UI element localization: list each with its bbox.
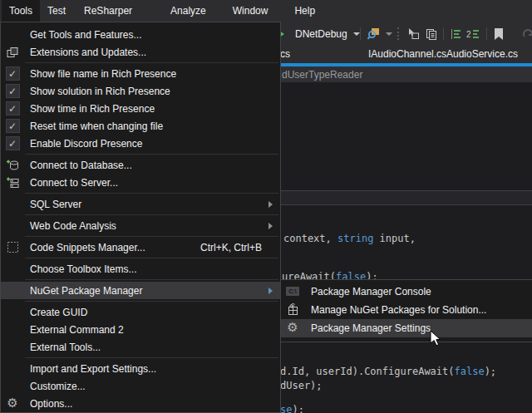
menu-item-connect-to-database[interactable]: Connect to Database... <box>1 156 280 174</box>
menu-item-label: Package Manager Console <box>311 286 431 297</box>
navigate-select-icon[interactable] <box>406 22 420 46</box>
code-segment: ); <box>292 404 303 413</box>
code-line: se); <box>280 404 304 413</box>
find-in-files-icon[interactable] <box>367 22 381 46</box>
tab-audioservice-cs[interactable]: AudioService.cs <box>446 48 518 60</box>
menu-item-label: Options... <box>30 398 72 410</box>
menu-item-label: SQL Server <box>30 199 81 210</box>
gear-icon: ⚙ <box>4 396 21 411</box>
menu-item-customize[interactable]: Customize... <box>1 377 280 395</box>
menu-item-label: Package Manager Settings <box>311 322 431 334</box>
code-line: context, string input, <box>283 233 416 244</box>
menu-item-label: NuGet Package Manager <box>30 285 142 297</box>
checkmark-icon: ✓ <box>4 118 21 134</box>
mouse-cursor <box>430 330 442 347</box>
code-line: dUser); <box>280 380 323 391</box>
menu-item-label: Get Tools and Features... <box>30 29 142 41</box>
menu-separator <box>25 279 278 280</box>
menu-item-show-file-name-in-rich-presence[interactable]: ✓Show file name in Rich Presence <box>1 65 280 82</box>
menu-item-package-manager-console[interactable]: C:\Package Manager Console <box>281 283 532 301</box>
submenu-arrow-icon <box>268 223 273 229</box>
menu-item-choose-toolbox-items[interactable]: Choose Toolbox Items... <box>1 260 280 278</box>
menu-separator <box>25 154 278 155</box>
server-add-icon <box>4 175 21 190</box>
copy-lines-icon[interactable] <box>425 22 438 46</box>
menu-item-manage-nuget-packages-for-solution[interactable]: Manage NuGet Packages for Solution... <box>281 301 532 319</box>
find-dropdown-icon[interactable] <box>386 22 392 46</box>
bookmark-icon[interactable] <box>493 22 505 46</box>
menu-item-label: Web Code Analysis <box>30 220 116 232</box>
database-add-icon <box>4 157 21 173</box>
gear-icon: ⚙ <box>284 320 301 336</box>
code-segment: context, <box>283 233 337 244</box>
breadcrumb-type-label: dUserTypeReader <box>282 69 362 81</box>
format-document-icon[interactable] <box>449 22 462 46</box>
menu-item-label: Enable Discord Presence <box>30 138 142 150</box>
toolbar-separator <box>486 27 487 40</box>
menu-item-shortcut: Ctrl+K, Ctrl+B <box>200 242 262 253</box>
code-segment: false <box>455 366 485 377</box>
format-selection-icon[interactable]: 2 <box>466 22 480 46</box>
menu-item-code-snippets-manager[interactable]: Code Snippets Manager...Ctrl+K, Ctrl+B <box>1 238 280 256</box>
menu-separator <box>25 193 278 194</box>
menu-item-label: Reset time when changing file <box>30 120 163 132</box>
code-segment: d.Id, userId).ConfigureAwait( <box>280 366 455 377</box>
solution-configuration-dropdown[interactable]: DNetDebug <box>295 22 360 46</box>
menu-item-label: Choose Toolbox Items... <box>30 263 137 275</box>
menubar-item-test[interactable]: Test <box>40 0 73 22</box>
menu-item-sql-server[interactable]: SQL Server <box>1 195 280 213</box>
menu-item-enable-discord-presence[interactable]: ✓Enable Discord Presence <box>1 135 280 152</box>
tab-cs[interactable]: cs <box>280 48 290 60</box>
menubar-item-analyze[interactable]: Analyze <box>163 0 214 22</box>
menu-item-label: Import and Export Settings... <box>30 363 156 375</box>
tools-menu-popup: Get Tools and Features...Extensions and … <box>0 22 281 413</box>
menu-item-nuget-package-manager[interactable]: NuGet Package Manager <box>1 282 280 299</box>
console-icon: C:\ <box>284 283 301 299</box>
code-line: d.Id, userId).ConfigureAwait(false); <box>280 366 496 377</box>
toolbar-drag-handle[interactable] <box>397 27 399 40</box>
menu-item-show-time-in-rich-presence[interactable]: ✓Show time in Rich Presence <box>1 100 280 117</box>
tab-iaudiochannel-cs[interactable]: IAudioChannel.cs <box>368 48 446 60</box>
svg-text:2: 2 <box>466 30 471 39</box>
menu-item-options[interactable]: ⚙Options... <box>1 395 280 412</box>
package-icon <box>284 302 301 317</box>
menu-item-extensions-and-updates[interactable]: Extensions and Updates... <box>1 43 280 61</box>
menu-item-get-tools-and-features[interactable]: Get Tools and Features... <box>1 26 280 43</box>
chevron-down-icon <box>353 32 360 36</box>
menu-separator <box>25 62 278 63</box>
menu-item-connect-to-server[interactable]: Connect to Server... <box>1 174 280 191</box>
code-segment: ); <box>485 366 496 377</box>
menu-item-label: Connect to Database... <box>30 160 132 171</box>
menu-item-label: External Tools... <box>30 342 101 353</box>
menu-item-label: External Command 2 <box>30 324 124 336</box>
menu-separator <box>25 236 278 237</box>
code-segment: string <box>337 233 373 244</box>
menu-item-label: Customize... <box>30 381 86 392</box>
menu-item-external-tools[interactable]: External Tools... <box>1 338 280 356</box>
menu-separator <box>25 357 278 358</box>
checkmark-icon: ✓ <box>4 83 21 99</box>
menu-item-web-code-analysis[interactable]: Web Code Analysis <box>1 217 280 234</box>
editor-splitter-line[interactable] <box>279 204 532 205</box>
menu-item-package-manager-settings[interactable]: ⚙Package Manager Settings <box>281 319 532 337</box>
menu-item-label: Show file name in Rich Presence <box>30 68 176 80</box>
menu-item-label: Connect to Server... <box>30 177 118 189</box>
editor-splitter[interactable] <box>279 191 532 204</box>
menu-item-create-guid[interactable]: Create GUID <box>1 303 280 321</box>
menubar-item-help[interactable]: Help <box>287 0 323 22</box>
menu-item-import-and-export-settings[interactable]: Import and Export Settings... <box>1 360 280 377</box>
menu-item-label: Extensions and Updates... <box>30 47 146 58</box>
nuget-package-manager-submenu: C:\Package Manager ConsoleManage NuGet P… <box>280 279 532 342</box>
menu-item-show-solution-in-rich-presence[interactable]: ✓Show solution in Rich Presence <box>1 82 280 100</box>
menu-item-external-command-2[interactable]: External Command 2 <box>1 321 280 338</box>
menubar-item-tools[interactable]: Tools <box>2 0 40 22</box>
menubar-item-resharper[interactable]: ReSharper <box>76 0 140 22</box>
code-segment: input, <box>373 233 416 244</box>
toolbar-separator <box>443 27 444 40</box>
menu-item-reset-time-when-changing-file[interactable]: ✓Reset time when changing file <box>1 117 280 135</box>
main-menu-bar: ToolsTestReSharperAnalyzeWindowHelp <box>0 0 532 22</box>
menubar-item-window[interactable]: Window <box>225 0 276 22</box>
menu-item-label: Manage NuGet Packages for Solution... <box>311 304 486 316</box>
checkmark-icon: ✓ <box>4 101 21 116</box>
menu-separator <box>25 258 278 258</box>
